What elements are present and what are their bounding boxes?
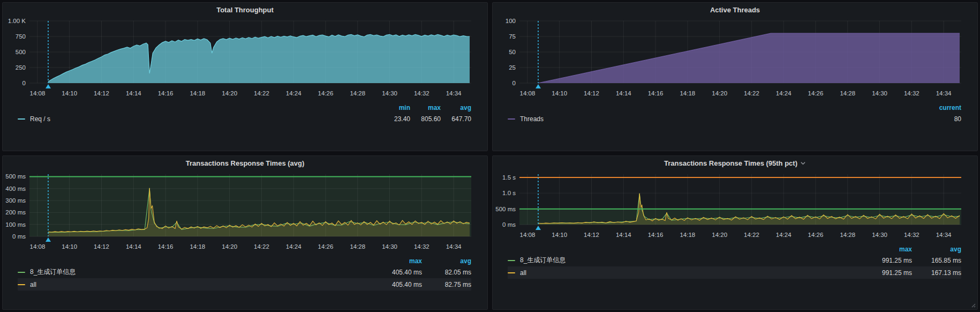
svg-text:14:14: 14:14 — [616, 232, 631, 238]
legend-stat-header-min[interactable]: min — [380, 104, 410, 112]
svg-text:14:26: 14:26 — [808, 90, 824, 96]
svg-text:14:18: 14:18 — [190, 243, 205, 250]
legend-series-color-dash — [18, 118, 25, 120]
annotation-marker[interactable] — [536, 84, 541, 88]
svg-text:1.0 s: 1.0 s — [502, 190, 516, 196]
legend-header-row: maxavg — [508, 244, 961, 254]
svg-text:400 ms: 400 ms — [5, 185, 26, 192]
throughput-legend: minmaxavgReq / s23.40805.60647.70 — [18, 102, 471, 125]
svg-text:14:16: 14:16 — [158, 243, 174, 250]
svg-text:50: 50 — [509, 49, 516, 55]
legend-series-name[interactable]: 8_生成订单信息 — [508, 256, 863, 265]
panel-title-total-throughput[interactable]: Total Throughput — [3, 3, 487, 17]
throughput-chart[interactable]: 02505007501.00 K14:0814:1014:1214:1414:1… — [3, 17, 487, 101]
svg-text:500 ms: 500 ms — [495, 206, 516, 212]
svg-text:14:28: 14:28 — [350, 243, 365, 250]
svg-text:75: 75 — [509, 33, 516, 40]
svg-text:750: 750 — [16, 33, 26, 40]
legend-stat-value-min: 23.40 — [380, 115, 410, 123]
legend-series-name[interactable]: Req / s — [18, 115, 380, 123]
legend-stat-header-avg[interactable]: avg — [441, 104, 471, 112]
legend-header-row: maxavg — [18, 256, 471, 266]
svg-text:14:32: 14:32 — [414, 90, 429, 96]
svg-text:14:12: 14:12 — [584, 90, 599, 96]
svg-text:14:24: 14:24 — [286, 90, 301, 96]
legend-row: all405.40 ms82.75 ms — [18, 278, 471, 291]
svg-text:0: 0 — [22, 80, 26, 86]
svg-text:14:22: 14:22 — [254, 90, 269, 96]
svg-text:500 ms: 500 ms — [5, 173, 26, 180]
legend-series-label: all — [520, 269, 526, 277]
legend-stat-header-max[interactable]: max — [410, 104, 441, 112]
legend-stat-value-max: 405.40 ms — [373, 269, 422, 276]
svg-text:14:14: 14:14 — [616, 90, 631, 96]
legend-series-label: all — [30, 281, 36, 288]
legend-series-name[interactable]: 8_生成订单信息 — [18, 268, 373, 277]
legend-stat-header-avg[interactable]: avg — [912, 246, 961, 253]
annotation-marker[interactable] — [46, 237, 51, 242]
svg-text:1.00 K: 1.00 K — [8, 18, 26, 24]
svg-text:100: 100 — [506, 18, 516, 24]
svg-text:14:24: 14:24 — [286, 243, 301, 250]
legend-row: Req / s23.40805.60647.70 — [18, 113, 471, 125]
legend-series-name[interactable]: all — [508, 269, 863, 277]
panel-title-text: Total Throughput — [216, 6, 274, 14]
panel-resize-grip[interactable] — [970, 302, 976, 308]
svg-text:14:32: 14:32 — [904, 232, 919, 238]
legend-stat-value-max: 991.25 ms — [863, 269, 912, 277]
legend-stat-value-avg: 647.70 — [441, 115, 471, 123]
panel-total-throughput: Total Throughput 02505007501.00 K14:0814… — [2, 2, 488, 151]
legend-stat-value-avg: 82.05 ms — [422, 269, 471, 276]
svg-text:14:18: 14:18 — [680, 232, 695, 238]
svg-text:14:18: 14:18 — [190, 90, 205, 96]
legend-stat-header-avg[interactable]: avg — [422, 257, 471, 265]
svg-text:14:26: 14:26 — [318, 243, 334, 250]
panel-title-text: Active Threads — [710, 6, 760, 14]
svg-text:14:30: 14:30 — [872, 232, 887, 238]
dashboard-grid: Total Throughput 02505007501.00 K14:0814… — [0, 0, 980, 312]
svg-text:14:10: 14:10 — [62, 90, 77, 96]
legend-series-name[interactable]: all — [18, 281, 373, 288]
svg-text:14:30: 14:30 — [872, 90, 887, 96]
legend-row: all991.25 ms167.13 ms — [508, 266, 961, 279]
svg-text:14:10: 14:10 — [552, 232, 567, 238]
legend-stat-header-max[interactable]: max — [863, 246, 912, 253]
legend-header-row: minmaxavg — [18, 102, 471, 113]
panel-title-response-times-95pct[interactable]: Transactions Response Times (95th pct) — [493, 156, 977, 170]
svg-text:14:16: 14:16 — [648, 232, 664, 238]
annotation-marker[interactable] — [536, 226, 541, 230]
panel-title-text: Transactions Response Times (95th pct) — [664, 159, 797, 167]
svg-text:14:10: 14:10 — [62, 243, 77, 250]
svg-text:14:20: 14:20 — [712, 90, 727, 96]
svg-text:0 ms: 0 ms — [12, 233, 26, 240]
response-times-avg-chart[interactable]: 0 ms100 ms200 ms300 ms400 ms500 ms14:081… — [3, 170, 487, 255]
legend-stat-value-max: 405.40 ms — [373, 281, 422, 288]
annotation-marker[interactable] — [46, 84, 51, 88]
active-threads-chart[interactable]: 025507510014:0814:1014:1214:1414:1614:18… — [493, 17, 977, 101]
legend-series-color-dash — [508, 260, 515, 261]
svg-text:14:14: 14:14 — [126, 90, 141, 96]
panel-title-response-times-avg[interactable]: Transactions Response Times (avg) — [3, 156, 487, 170]
svg-text:0: 0 — [512, 80, 516, 86]
svg-text:14:28: 14:28 — [840, 232, 855, 238]
response-times-95pct-chart[interactable]: 0 ms500 ms1.0 s1.5 s14:0814:1014:1214:14… — [493, 170, 977, 243]
svg-text:14:26: 14:26 — [808, 232, 824, 238]
legend-header-row: current — [508, 102, 961, 113]
svg-text:14:20: 14:20 — [222, 90, 237, 96]
svg-text:14:14: 14:14 — [126, 243, 141, 250]
svg-text:14:30: 14:30 — [382, 243, 397, 250]
legend-stat-header-max[interactable]: max — [373, 257, 422, 265]
legend-series-label: Threads — [520, 115, 544, 123]
panel-title-active-threads[interactable]: Active Threads — [493, 3, 977, 17]
svg-text:14:08: 14:08 — [30, 90, 46, 96]
svg-text:0 ms: 0 ms — [502, 221, 516, 228]
legend-stat-value-avg: 167.13 ms — [912, 269, 961, 277]
active-threads-legend: currentThreads80 — [508, 102, 961, 125]
legend-row: Threads80 — [508, 113, 961, 125]
svg-text:300 ms: 300 ms — [5, 197, 26, 204]
legend-stat-header-current[interactable]: current — [928, 104, 961, 112]
legend-series-name[interactable]: Threads — [508, 115, 928, 123]
svg-text:14:22: 14:22 — [254, 243, 269, 250]
svg-text:14:24: 14:24 — [776, 232, 791, 238]
svg-text:14:32: 14:32 — [414, 243, 429, 250]
